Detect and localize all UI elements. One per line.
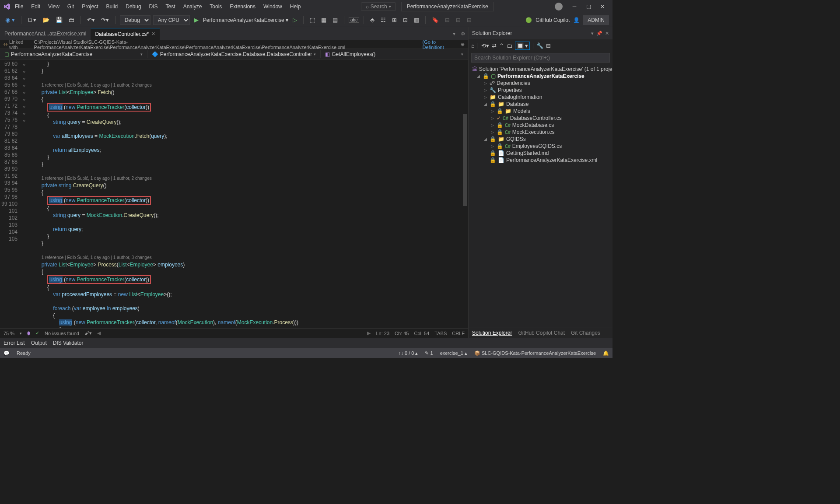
panel-dropdown-icon[interactable]: ▾ bbox=[591, 31, 594, 36]
project-node[interactable]: ◢🔒▢PerformanceAnalyzerKataExercise bbox=[470, 73, 611, 80]
wrench-icon[interactable]: 🔧 bbox=[536, 42, 543, 49]
tool-icon-9[interactable]: ⊟ bbox=[443, 16, 452, 24]
nav-right-icon[interactable]: ▶ bbox=[367, 330, 371, 336]
switch-icon[interactable]: ⇄ bbox=[492, 42, 497, 49]
pen-icon[interactable]: ✎ 1 bbox=[425, 350, 433, 356]
start-nodebdebug-button[interactable]: ▷ bbox=[291, 16, 299, 24]
collapse-icon[interactable]: ⌃ bbox=[499, 42, 504, 49]
catalog-node[interactable]: ▷📁CatalogInformation bbox=[470, 94, 611, 101]
pin-icon[interactable]: 📌 bbox=[596, 31, 602, 36]
properties-icon[interactable]: ⊟ bbox=[546, 42, 551, 49]
tab-databasecontroller[interactable]: DatabaseController.cs*✕ bbox=[91, 28, 160, 40]
nav-left-icon[interactable]: ◀ bbox=[97, 330, 101, 336]
copilot-label[interactable]: GitHub Copilot bbox=[536, 17, 570, 23]
nav-back-icon[interactable]: ◉ ▾ bbox=[4, 16, 17, 24]
gqidss-folder-node[interactable]: ◢🔒📁GQIDSs bbox=[470, 136, 611, 143]
user-avatar[interactable] bbox=[555, 3, 563, 10]
maximize-button[interactable]: ▢ bbox=[582, 4, 595, 10]
menu-edit[interactable]: Edit bbox=[28, 2, 44, 11]
branch-indicator[interactable]: exercise_1 ▴ bbox=[440, 350, 467, 356]
menu-build[interactable]: Build bbox=[103, 2, 122, 11]
platform-dropdown[interactable]: Any CPU bbox=[153, 15, 190, 25]
databasecontroller-file-node[interactable]: ▷✓C#DatabaseController.cs bbox=[470, 115, 611, 122]
indent-mode[interactable]: TABS bbox=[434, 331, 447, 336]
new-item-icon[interactable]: 🗋▾ bbox=[26, 16, 38, 24]
employeesgqids-file-node[interactable]: ▷🔒C#EmployeesGQIDS.cs bbox=[470, 143, 611, 150]
nav-member[interactable]: ◧GetAllEmployees()▾ bbox=[321, 50, 468, 58]
sync-icon[interactable]: ⟲▾ bbox=[481, 42, 489, 49]
database-folder-node[interactable]: ◢🔒📁Database bbox=[470, 101, 611, 108]
properties-node[interactable]: ▷🔧Properties bbox=[470, 87, 611, 94]
tool-icon-3[interactable]: ▤ bbox=[331, 16, 340, 24]
tab-output[interactable]: Output bbox=[31, 340, 47, 346]
save-icon[interactable]: 💾 bbox=[54, 16, 64, 24]
tab-xml[interactable]: PerformanceAnal...ataExercise.xml bbox=[0, 28, 91, 39]
tool-icon-6[interactable]: ⊞ bbox=[390, 16, 399, 24]
solution-tree[interactable]: 🏛Solution 'PerformanceAnalyzerKataExerci… bbox=[469, 64, 612, 328]
close-button[interactable]: ✕ bbox=[596, 4, 609, 10]
menu-dis[interactable]: DIS bbox=[146, 2, 161, 11]
menu-analyze[interactable]: Analyze bbox=[180, 2, 206, 11]
view-icon-1[interactable]: 🔲 bbox=[517, 42, 524, 49]
tab-overflow-icon[interactable]: ▾ bbox=[450, 31, 458, 37]
close-panel-icon[interactable]: ✕ bbox=[605, 31, 609, 36]
menu-file[interactable]: File bbox=[11, 2, 27, 11]
add-icon[interactable]: ⊕ bbox=[461, 42, 465, 47]
abc-icon[interactable]: abc bbox=[349, 17, 359, 23]
menu-window[interactable]: Window bbox=[260, 2, 286, 11]
tool-icon-10[interactable]: ⊟ bbox=[454, 16, 462, 24]
goto-definition-link[interactable]: (Go to Definition) bbox=[423, 39, 457, 50]
solution-node[interactable]: 🏛Solution 'PerformanceAnalyzerKataExerci… bbox=[470, 66, 611, 73]
tool-icon-2[interactable]: ▦ bbox=[319, 16, 328, 24]
start-debug-button[interactable]: ▶ bbox=[192, 16, 200, 24]
open-icon[interactable]: 📂 bbox=[41, 16, 51, 24]
models-folder-node[interactable]: ▷🔒📁Models bbox=[470, 108, 611, 115]
tool-icon-8[interactable]: ▥ bbox=[412, 16, 421, 24]
scrollbar-thumb[interactable] bbox=[463, 114, 467, 206]
bug-icon[interactable]: ⬮ bbox=[27, 330, 30, 336]
home-icon[interactable]: ⌂ bbox=[471, 42, 475, 49]
tool-icon-4[interactable]: ⬘ bbox=[368, 16, 376, 24]
close-tab-icon[interactable]: ✕ bbox=[151, 31, 155, 37]
config-dropdown[interactable]: Debug bbox=[120, 15, 150, 25]
tab-solution-explorer[interactable]: Solution Explorer bbox=[472, 330, 512, 336]
menu-project[interactable]: Project bbox=[78, 2, 102, 11]
code-content[interactable]: } } 1 reference | Edib Šupić, 1 day ago … bbox=[30, 60, 462, 328]
tool-icon-1[interactable]: ⬚ bbox=[308, 16, 317, 24]
mockexecution-file-node[interactable]: ▷🔒C#MockExecution.cs bbox=[470, 129, 611, 136]
tool-icon-11[interactable]: ⊟ bbox=[465, 16, 473, 24]
project-selector[interactable]: PerformanceAnalyzerKataExercise bbox=[401, 2, 494, 11]
menu-view[interactable]: View bbox=[45, 2, 63, 11]
gettingstarted-file-node[interactable]: ▷🔒📄GettingStarted.md bbox=[470, 150, 611, 157]
save-all-icon[interactable]: 🗃 bbox=[67, 16, 76, 24]
bell-icon[interactable]: 🔔 bbox=[603, 350, 609, 356]
nav-class[interactable]: 🔷PerformanceAnalyzerKataExercise.Databas… bbox=[147, 50, 321, 58]
run-target[interactable]: PerformanceAnalyzerKataExercise ▾ bbox=[203, 17, 288, 23]
redo-icon[interactable]: ↷▾ bbox=[99, 16, 111, 24]
mockdatabase-file-node[interactable]: ▷🔒C#MockDatabase.cs bbox=[470, 122, 611, 129]
code-editor[interactable]: 59 60 61 62 63 64 65 66 67 68 69 70 71 7… bbox=[0, 60, 468, 328]
fold-gutter[interactable]: ⌄ ⌄ ⌄ ⌄ ⌄ ⌄ ⌄ ⌄ ⌄ bbox=[22, 60, 30, 328]
tab-settings-icon[interactable]: ⚙ bbox=[458, 31, 468, 37]
menu-tools[interactable]: Tools bbox=[206, 2, 225, 11]
menu-extensions[interactable]: Extensions bbox=[226, 2, 259, 11]
dependencies-node[interactable]: ▷☍Dependencies bbox=[470, 80, 611, 87]
zoom-level[interactable]: 75 % bbox=[4, 331, 14, 336]
nav-scope[interactable]: ▢PerformanceAnalyzerKataExercise▾ bbox=[0, 50, 147, 58]
minimize-button[interactable]: ─ bbox=[568, 4, 581, 10]
issues-label[interactable]: No issues found bbox=[45, 331, 79, 336]
tool-icon-7[interactable]: ⊡ bbox=[401, 16, 410, 24]
menu-test[interactable]: Test bbox=[162, 2, 179, 11]
tab-dis-validator[interactable]: DIS Validator bbox=[53, 340, 84, 346]
global-search[interactable]: ⌕ Search ▾ bbox=[361, 2, 396, 11]
undo-icon[interactable]: ↶▾ bbox=[85, 16, 97, 24]
share-icon[interactable]: 👤 bbox=[573, 17, 580, 23]
xml-file-node[interactable]: ▷🔒📄PerformanceAnalyzerKataExercise.xml bbox=[470, 157, 611, 164]
view-icon-2[interactable]: ▾ bbox=[525, 42, 528, 49]
tab-copilot-chat[interactable]: GitHub Copilot Chat bbox=[518, 330, 565, 336]
tab-git-changes[interactable]: Git Changes bbox=[571, 330, 600, 336]
menu-help[interactable]: Help bbox=[287, 2, 304, 11]
tool-icon-5[interactable]: ☷ bbox=[379, 16, 388, 24]
menu-git[interactable]: Git bbox=[64, 2, 77, 11]
solution-search-input[interactable] bbox=[471, 53, 610, 63]
